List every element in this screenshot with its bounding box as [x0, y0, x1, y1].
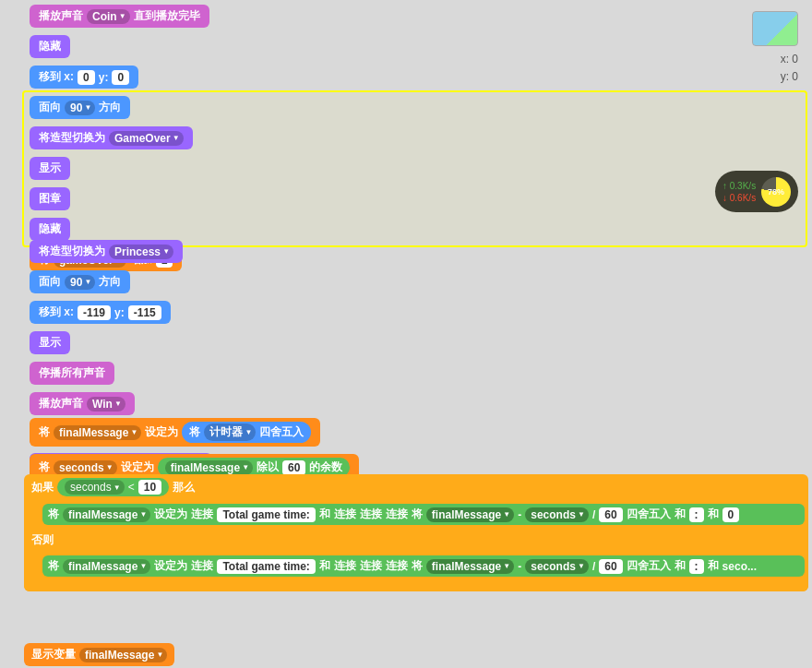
if-else-group: 如果 seconds < 10 那么 将 finalMessage 设定为 — [24, 474, 808, 591]
show-var-dropdown[interactable]: finalMessage — [79, 648, 167, 662]
if-footer — [24, 584, 808, 591]
switch-costume-label-2: 将造型切换为 — [39, 244, 105, 259]
play-win-label: 播放声音 — [39, 396, 83, 412]
face-direction-block[interactable]: 面向 90 方向 — [24, 93, 215, 122]
mod-divisor[interactable]: 60 — [282, 460, 305, 475]
round-timer-block[interactable]: 将 计时器 四舍五入 — [182, 422, 311, 443]
fm-var-inner-2[interactable]: finalMessage — [426, 559, 514, 574]
x-value[interactable]: 0 — [78, 70, 95, 85]
win-sound-dropdown[interactable]: Win — [87, 397, 125, 412]
fm-var-inner-1[interactable]: finalMessage — [426, 507, 514, 522]
sec-var-inner-1[interactable]: seconds — [525, 507, 589, 522]
round-label-2: 四舍五入 — [627, 558, 671, 574]
divide-label-2: / — [592, 560, 595, 573]
else-set-inner: 将 — [412, 558, 423, 574]
seconds-var[interactable]: seconds — [54, 460, 117, 475]
costume-princess-dropdown[interactable]: Princess — [109, 245, 173, 259]
then-action-label: 设定为 — [154, 507, 187, 522]
stamp-label: 图章 — [39, 191, 61, 207]
then-set-block[interactable]: 将 finalMessage 设定为 连接 Total game time: 和… — [42, 504, 805, 525]
timer-dropdown[interactable]: 计时器 — [204, 423, 256, 441]
else-row: 否则 — [24, 529, 808, 552]
if-label: 如果 — [31, 480, 54, 495]
less-than: < — [128, 481, 135, 494]
set-finalmessage-full[interactable]: 将 finalMessage 设定为 将 计时器 四舍五入 — [30, 418, 320, 447]
move-to-full[interactable]: 移到 x: 0 y: 0 — [30, 66, 138, 89]
else-set-block[interactable]: 将 finalMessage 设定为 连接 Total game time: 和… — [42, 555, 805, 577]
else-action-label: 设定为 — [154, 558, 187, 574]
direction-dropdown[interactable]: 90 — [65, 101, 95, 115]
costume-gameover-dropdown[interactable]: GameOver — [109, 131, 184, 146]
move-to-label: 移到 x: — [39, 69, 74, 85]
div-val-2[interactable]: 60 — [599, 559, 622, 574]
colon-val-2[interactable]: : — [689, 559, 704, 574]
else-join-label-2: 连接 — [334, 558, 356, 574]
colon-val-1[interactable]: : — [689, 507, 704, 522]
show-var-group: 显示变量 finalMessage — [24, 641, 174, 668]
stamp-full[interactable]: 图章 — [30, 187, 70, 210]
divide-label-1: / — [592, 508, 595, 521]
stop-sounds-full[interactable]: 停播所有声音 — [30, 362, 114, 385]
set-finalmessage-block[interactable]: 将 finalMessage 设定为 将 计时器 四舍五入 — [24, 415, 364, 449]
if-block[interactable]: 如果 seconds < 10 那么 将 finalMessage 设定为 — [24, 474, 808, 591]
sound-dropdown[interactable]: Coin — [87, 9, 130, 24]
direction-label-2: 方向 — [99, 274, 121, 290]
scratch-editor: x: 0 y: 0 ↑ 0.3K/s ↓ 0.6K/s 78% 播放声音 Coi… — [0, 0, 812, 668]
move-to-full-2[interactable]: 移到 x: -119 y: -115 — [30, 301, 171, 324]
then-label: 那么 — [173, 480, 195, 495]
seco-label: seco... — [722, 560, 757, 573]
face-direction-block-2[interactable]: 面向 90 方向 — [24, 268, 218, 296]
div-val-1[interactable]: 60 — [599, 507, 622, 522]
minus-label-1: - — [518, 508, 521, 521]
show-full-2[interactable]: 显示 — [30, 331, 70, 354]
else-finalmessage-var[interactable]: finalMessage — [63, 559, 150, 574]
hide-full-1[interactable]: 隐藏 — [30, 35, 70, 58]
hide-block-1[interactable]: 隐藏 — [24, 32, 215, 61]
else-and-label-2: 和 — [675, 558, 686, 574]
x-value-2[interactable]: -119 — [78, 305, 111, 320]
then-set-label: 将 — [48, 507, 59, 522]
switch-costume-label-1: 将造型切换为 — [39, 130, 105, 146]
else-and-label-1: 和 — [319, 558, 330, 574]
then-finalmessage-var[interactable]: finalMessage — [63, 507, 150, 522]
finalmessage-var-1[interactable]: finalMessage — [54, 425, 141, 440]
y-value-2[interactable]: -115 — [128, 305, 161, 320]
set-inner-1: 将 — [412, 507, 423, 522]
stop-sounds-block[interactable]: 停播所有声音 — [24, 359, 218, 388]
y-label: y: — [99, 71, 109, 84]
play-win-full[interactable]: 播放声音 Win — [30, 392, 135, 415]
show-block-2[interactable]: 显示 — [24, 328, 218, 357]
show-full[interactable]: 显示 — [30, 157, 70, 180]
finalmessage-mod[interactable]: finalMessage — [165, 460, 253, 475]
cond-value[interactable]: 10 — [138, 480, 161, 495]
stamp-block[interactable]: 图章 — [24, 185, 215, 213]
seconds-cond-var[interactable]: seconds — [65, 480, 125, 495]
set-to-label-2: 设定为 — [121, 459, 154, 475]
costume-gameover-full[interactable]: 将造型切换为 GameOver — [30, 126, 193, 149]
sec-var-inner-2[interactable]: seconds — [525, 559, 589, 574]
show-var-block[interactable]: 显示变量 finalMessage — [24, 643, 174, 666]
y-value[interactable]: 0 — [112, 70, 129, 85]
move-to-block-2[interactable]: 移到 x: -119 y: -115 — [24, 298, 218, 327]
face-direction-full-2[interactable]: 面向 90 方向 — [30, 270, 130, 293]
costume-gameover-block[interactable]: 将造型切换为 GameOver — [24, 124, 215, 152]
face-direction-full[interactable]: 面向 90 方向 — [30, 96, 130, 119]
direction-dropdown-2[interactable]: 90 — [65, 275, 95, 290]
play-sound-block[interactable]: 播放声音 Coin 直到播放完毕 — [24, 2, 215, 30]
move-to-block[interactable]: 移到 x: 0 y: 0 — [24, 63, 215, 91]
costume-princess-block[interactable]: 将造型切换为 Princess — [24, 237, 218, 266]
game-time-text-1[interactable]: Total game time: — [217, 507, 315, 522]
show-block[interactable]: 显示 — [24, 154, 215, 183]
play-sound-full[interactable]: 播放声音 Coin 直到播放完毕 — [30, 5, 209, 28]
mod-label: 除以 — [257, 459, 279, 475]
set-sec-label: 将 — [39, 459, 50, 475]
costume-princess-full[interactable]: 将造型切换为 Princess — [30, 240, 183, 263]
else-join-label-1: 连接 — [191, 558, 213, 574]
game-time-text-2[interactable]: Total game time: — [217, 559, 315, 574]
else-and-label-3: 和 — [708, 558, 719, 574]
play-sound-label: 播放声音 — [39, 8, 83, 24]
zero-val[interactable]: 0 — [722, 507, 740, 522]
else-join-label-3: 连接 — [360, 558, 382, 574]
condition-block[interactable]: seconds < 10 — [57, 478, 169, 496]
show-var-label: 显示变量 — [31, 647, 76, 662]
